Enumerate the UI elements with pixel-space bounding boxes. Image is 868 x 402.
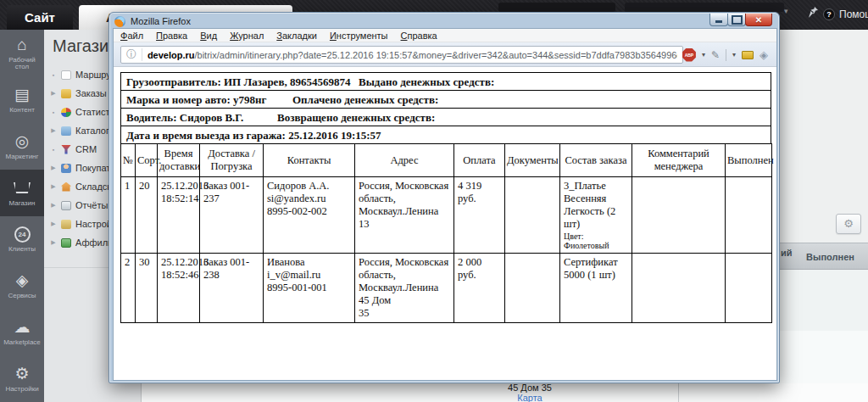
sidebar-item-desktop[interactable]: ⌂ Рабочий стол	[0, 30, 44, 76]
info-row-vehicle: Марка и номер авто: у798нг Оплачено дене…	[120, 90, 771, 109]
sidebar-item-clients[interactable]: 24 Клиенты	[0, 216, 44, 263]
menu-help[interactable]: Справка	[401, 31, 437, 41]
info-row-departure: Дата и время выезда из гаража: 25.12.201…	[120, 126, 771, 144]
diamond-extension-icon[interactable]: ◈	[760, 48, 768, 61]
col-items: Состав заказа	[560, 144, 632, 177]
expand-arrow-icon: ▶	[50, 165, 57, 171]
help-button[interactable]: ? Помощь	[823, 7, 868, 22]
url-divider	[142, 48, 142, 61]
sidebar-item-marketing[interactable]: ◎ Маркетинг	[0, 123, 44, 170]
window-title: Mozilla Firefox	[131, 16, 191, 26]
desktop-home-icon: ⌂	[17, 36, 26, 54]
url-bar[interactable]: ⓘ develop.ru/bitrix/admin/itinerary.php?…	[120, 46, 683, 64]
main-sidebar: ⌂ Рабочий стол ▤ Контент ◎ Маркетинг Маг…	[0, 30, 44, 402]
statistics-pie-icon	[61, 108, 71, 117]
item-color-note: Цвет: Фиолетовый	[564, 232, 628, 250]
table-row: 2 30 25.12.2016 18:52:46 Заказ 001-238 И…	[121, 254, 772, 323]
url-domain: develop.ru	[147, 50, 195, 60]
col-comment: Комментарий менеджера	[632, 144, 726, 177]
expand-arrow-icon: ▶	[50, 127, 57, 134]
topbar-buttons-fragment[interactable]	[625, 3, 784, 12]
shop-settings-icon	[61, 220, 71, 229]
warehouse-home-icon	[61, 182, 71, 192]
expand-arrow-icon: ▶	[50, 183, 57, 190]
pin-icon[interactable]	[808, 6, 819, 22]
url-path: /bitrix/admin/itinerary.php?date=25.12.2…	[195, 50, 678, 60]
sidebar-item-content[interactable]: ▤ Контент	[0, 76, 44, 123]
firefox-icon	[114, 16, 125, 27]
grid-column-border	[678, 383, 679, 402]
sidebar-item-shop[interactable]: Магазин	[0, 170, 44, 216]
minimize-button[interactable]	[709, 14, 728, 26]
col-contacts: Контакты	[264, 144, 355, 177]
bullet-icon: ▪	[50, 147, 57, 153]
sidebar-item-settings[interactable]: ⚙ Настройки	[0, 355, 44, 402]
itinerary-table: № Сорт. Время доставки Доставка / Погруз…	[120, 143, 772, 323]
extension-pencil-icon[interactable]: ✎	[711, 49, 720, 61]
page-content: Грузоотправитель: ИП Лазарев, 8965456987…	[114, 67, 776, 380]
menu-file[interactable]: Файл	[120, 31, 143, 41]
toolbar-divider	[726, 49, 726, 61]
expand-arrow-icon: ▶	[50, 202, 57, 209]
col-time: Время доставки	[158, 144, 200, 177]
col-sort: Сорт.	[136, 144, 158, 177]
marketplace-cloud-icon: ☁	[14, 318, 31, 337]
address-fragment: 45 Дом 35	[492, 382, 568, 393]
help-label: Помощь	[839, 8, 868, 20]
menu-bookmarks[interactable]: Закладки	[276, 31, 317, 41]
menu-history[interactable]: Журнал	[230, 31, 264, 41]
expand-arrow-icon: ▶	[50, 221, 57, 227]
col-payment: Оплата	[454, 144, 505, 177]
expand-arrow-icon: ▶	[50, 239, 57, 246]
info-row-shipper: Грузоотправитель: ИП Лазарев, 8965456987…	[120, 72, 771, 91]
orders-icon	[61, 89, 71, 98]
col-documents: Документы	[505, 144, 560, 177]
adblock-dropdown-icon[interactable]: ▾	[702, 51, 705, 59]
tab-site[interactable]: Сайт	[7, 5, 73, 30]
reports-icon	[61, 201, 71, 210]
col-done: Выполнен	[726, 144, 772, 177]
column-fragment: ий	[781, 248, 793, 258]
expand-arrow-icon: ▶	[50, 90, 57, 97]
col-address: Адрес	[355, 144, 454, 177]
map-link[interactable]: Карта	[517, 393, 542, 402]
dropdown-icon[interactable]: ▾	[732, 51, 736, 59]
bullet-icon: ▪	[50, 109, 57, 115]
navigation-bar: ⓘ develop.ru/bitrix/admin/itinerary.php?…	[114, 42, 776, 67]
adblock-icon[interactable]: ABP	[682, 48, 696, 62]
column-header-done[interactable]: Выполнен	[793, 243, 868, 271]
screen: Сайт Админи ▾ ? Помощь ⌂ Рабочий стол ▤ …	[0, 0, 868, 402]
close-button[interactable]: ✕	[745, 14, 772, 26]
browser-chrome: Файл Правка Вид Журнал Закладки Инструме…	[113, 28, 777, 381]
col-num: №	[121, 144, 136, 177]
customers-person-icon	[61, 164, 71, 173]
marketing-target-icon: ◎	[15, 132, 30, 151]
site-info-icon[interactable]: ⓘ	[126, 47, 136, 62]
settings-gear-icon: ⚙	[14, 365, 29, 383]
menu-view[interactable]: Вид	[200, 31, 217, 41]
bullet-icon: ▪	[50, 72, 57, 78]
sidebar-item-services[interactable]: ◈ Сервисы	[0, 262, 44, 309]
clients-24-icon: 24	[14, 225, 31, 243]
content-document-icon: ▤	[14, 86, 30, 104]
menu-bar: Файл Правка Вид Журнал Закладки Инструме…	[114, 29, 776, 42]
yellow-extension-icon[interactable]	[742, 51, 754, 59]
grid-settings-button[interactable]: ⚙	[836, 214, 861, 234]
menu-tools[interactable]: Инструменты	[330, 31, 388, 41]
help-question-icon: ?	[823, 8, 835, 20]
affiliates-icon	[61, 238, 71, 248]
menu-edit[interactable]: Правка	[156, 31, 187, 41]
crm-funnel-icon	[61, 145, 71, 154]
chevron-down-icon[interactable]: ▾	[784, 7, 788, 15]
window-titlebar[interactable]: Mozilla Firefox	[114, 14, 191, 28]
maximize-button[interactable]	[727, 14, 746, 26]
topbar-search-fragment[interactable]	[498, 3, 615, 12]
sidebar-item-marketplace[interactable]: ☁ Marketplace	[0, 309, 44, 355]
addon-toolbar: ABP ▾ ✎ ▾ ◈	[682, 46, 768, 64]
info-row-driver: Водитель: Сидоров В.Г. Возвращено денежн…	[120, 108, 771, 126]
url-text: develop.ru/bitrix/admin/itinerary.php?da…	[147, 50, 677, 60]
table-row: 1 20 25.12.2016 18:52:14 Заказ 001-237 С…	[121, 177, 772, 254]
catalog-folder-icon	[61, 126, 71, 136]
services-layers-icon: ◈	[16, 271, 29, 290]
table-header-row: № Сорт. Время доставки Доставка / Погруз…	[121, 144, 772, 177]
